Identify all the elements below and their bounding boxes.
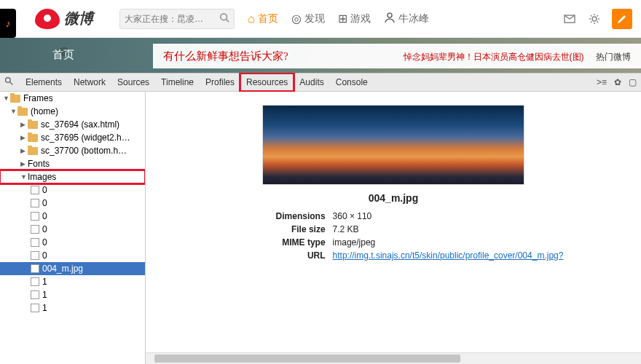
banner-home-label[interactable]: 首页 bbox=[52, 48, 74, 62]
nav-user[interactable]: 牛冰峰 bbox=[384, 12, 429, 26]
image-file-icon bbox=[31, 290, 39, 299]
tree-image-item[interactable]: 1 bbox=[0, 275, 145, 288]
tab-network[interactable]: Network bbox=[68, 74, 111, 91]
meta-url-link[interactable]: http://img.t.sinajs.cn/t5/skin/public/pr… bbox=[333, 249, 564, 262]
image-file-icon bbox=[31, 199, 39, 207]
nav-label: 游戏 bbox=[350, 12, 371, 25]
inspect-icon[interactable] bbox=[4, 76, 14, 88]
image-file-icon bbox=[31, 277, 39, 286]
search-input[interactable] bbox=[125, 14, 219, 24]
tree-image-item[interactable]: 0 bbox=[0, 210, 145, 223]
tree-image-item[interactable]: 0 bbox=[0, 236, 145, 249]
compose-prompt[interactable]: 有什么新鲜事想告诉大家? bbox=[163, 50, 288, 63]
nav-games[interactable]: ⊞ 游戏 bbox=[338, 12, 371, 25]
nav-label: 首页 bbox=[258, 12, 278, 25]
tree-image-item[interactable]: 0 bbox=[0, 197, 145, 210]
tree-frames[interactable]: Frames bbox=[0, 92, 145, 105]
tree-label: Frames bbox=[23, 93, 53, 103]
tree-label: 004_m.jpg bbox=[42, 264, 83, 274]
console-toggle-icon[interactable]: >≡ bbox=[597, 77, 607, 87]
tree-label: 1 bbox=[42, 290, 47, 300]
svg-point-4 bbox=[592, 17, 597, 21]
dock-icon[interactable]: ▢ bbox=[629, 77, 637, 87]
home-icon: ⌂ bbox=[248, 12, 255, 25]
search-box[interactable] bbox=[119, 9, 235, 29]
tree-home[interactable]: (home) bbox=[0, 105, 145, 118]
tab-elements[interactable]: Elements bbox=[20, 74, 68, 91]
tree-label: sc_37694 (sax.html) bbox=[41, 119, 119, 130]
folder-icon bbox=[10, 95, 20, 103]
image-preview bbox=[262, 105, 524, 185]
tab-audits[interactable]: Audits bbox=[294, 74, 329, 91]
header-actions bbox=[562, 9, 632, 29]
tab-profiles[interactable]: Profiles bbox=[200, 74, 240, 91]
meta-value: image/jpeg bbox=[333, 236, 376, 249]
tree-image-item[interactable]: 004_m.jpg bbox=[0, 262, 145, 275]
meta-label: URL bbox=[224, 249, 333, 262]
search-icon[interactable] bbox=[219, 12, 229, 25]
meta-value: 360 × 110 bbox=[333, 210, 372, 223]
nav-label: 发现 bbox=[304, 12, 325, 25]
devtools-bar: Elements Network Sources Timeline Profil… bbox=[0, 73, 641, 92]
logo[interactable]: 微博 bbox=[35, 9, 93, 29]
banner-hot-link[interactable]: 热门微博 bbox=[596, 52, 631, 62]
profile-banner: 首页 有什么新鲜事想告诉大家? 悼念妈妈辈男神！日本演员高仓健因病去世(图) 热… bbox=[0, 38, 641, 73]
tree-label: 0 bbox=[42, 237, 47, 248]
tree-image-item[interactable]: 1 bbox=[0, 288, 145, 301]
main-nav: ⌂ 首页 ◎ 发现 ⊞ 游戏 牛冰峰 bbox=[248, 12, 429, 26]
logo-text: 微博 bbox=[64, 9, 93, 28]
tree-label: (home) bbox=[31, 106, 58, 116]
tree-file[interactable]: sc_37700 (bottom.h… bbox=[0, 144, 145, 157]
folder-icon bbox=[17, 108, 28, 116]
music-tab[interactable]: ♪ bbox=[0, 9, 16, 38]
tree-label: sc_37695 (widget2.h… bbox=[41, 132, 130, 143]
tree-image-item[interactable]: 0 bbox=[0, 183, 145, 197]
tree-file[interactable]: sc_37695 (widget2.h… bbox=[0, 131, 145, 144]
tree-image-item[interactable]: 1 bbox=[0, 301, 145, 314]
tree-image-item[interactable]: 0 bbox=[0, 223, 145, 236]
tree-label: 0 bbox=[42, 224, 47, 234]
image-file-icon bbox=[31, 238, 39, 247]
nav-discover[interactable]: ◎ 发现 bbox=[291, 12, 325, 25]
devtools-main: Frames (home) sc_37694 (sax.html) sc_376… bbox=[0, 92, 641, 364]
tree-label: 0 bbox=[42, 211, 47, 221]
tree-file[interactable]: sc_37694 (sax.html) bbox=[0, 118, 145, 131]
meta-label: MIME type bbox=[224, 236, 333, 249]
resource-preview: 004_m.jpg Dimensions360 × 110 File size7… bbox=[146, 92, 641, 364]
compass-icon: ◎ bbox=[291, 12, 302, 25]
nav-home[interactable]: ⌂ 首页 bbox=[248, 12, 278, 25]
tab-sources[interactable]: Sources bbox=[111, 74, 155, 91]
compose-button[interactable] bbox=[612, 9, 632, 29]
devtools-right-icons: >≡ ✿ ▢ bbox=[597, 77, 637, 87]
image-file-icon bbox=[31, 225, 39, 234]
tree-images[interactable]: Images bbox=[0, 170, 145, 183]
mail-icon[interactable] bbox=[562, 12, 577, 26]
svg-point-0 bbox=[221, 14, 227, 20]
image-file-icon bbox=[31, 251, 39, 260]
folder-icon bbox=[28, 134, 38, 142]
tree-image-item[interactable]: 0 bbox=[0, 249, 145, 262]
horizontal-scrollbar[interactable] bbox=[146, 352, 641, 364]
svg-line-6 bbox=[9, 82, 12, 84]
file-metadata: Dimensions360 × 110 File size7.2 KB MIME… bbox=[224, 210, 564, 262]
user-icon bbox=[384, 12, 396, 26]
image-file-icon bbox=[31, 264, 39, 273]
folder-icon bbox=[28, 147, 38, 155]
tree-label: 0 bbox=[42, 198, 47, 208]
tab-console[interactable]: Console bbox=[330, 74, 374, 91]
image-file-icon bbox=[31, 186, 39, 194]
svg-point-2 bbox=[388, 13, 392, 17]
tree-fonts[interactable]: Fonts bbox=[0, 157, 145, 170]
tab-resources[interactable]: Resources bbox=[240, 74, 294, 91]
tab-timeline[interactable]: Timeline bbox=[155, 74, 200, 91]
settings-gear-icon[interactable]: ✿ bbox=[614, 77, 621, 87]
gear-icon[interactable] bbox=[587, 12, 602, 26]
nav-label: 牛冰峰 bbox=[398, 12, 429, 25]
banner-content-strip: 有什么新鲜事想告诉大家? 悼念妈妈辈男神！日本演员高仓健因病去世(图) 热门微博 bbox=[153, 44, 641, 68]
meta-label: Dimensions bbox=[224, 210, 333, 223]
svg-line-1 bbox=[227, 20, 229, 23]
meta-label: File size bbox=[224, 223, 333, 236]
tree-label: Images bbox=[28, 172, 56, 182]
banner-news-link[interactable]: 悼念妈妈辈男神！日本演员高仓健因病去世(图) bbox=[404, 52, 584, 62]
scrollbar-thumb[interactable] bbox=[154, 355, 460, 363]
